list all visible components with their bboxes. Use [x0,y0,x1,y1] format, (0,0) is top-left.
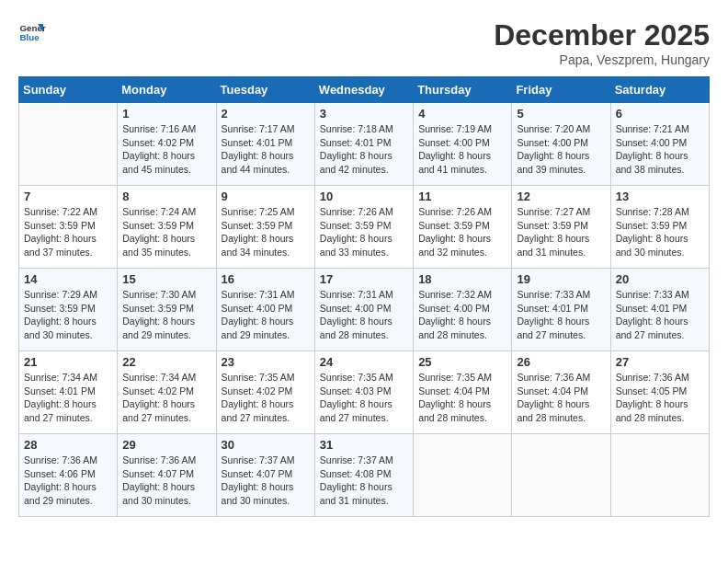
day-info: Sunrise: 7:35 AMSunset: 4:03 PMDaylight:… [320,371,408,425]
calendar-cell: 15Sunrise: 7:30 AMSunset: 3:59 PMDayligh… [118,269,216,351]
calendar-cell: 22Sunrise: 7:34 AMSunset: 4:02 PMDayligh… [118,351,216,434]
calendar-cell: 4Sunrise: 7:19 AMSunset: 4:00 PMDaylight… [414,103,512,186]
day-number: 25 [418,355,506,369]
day-of-week-header: Thursday [414,77,512,103]
calendar-cell: 19Sunrise: 7:33 AMSunset: 4:01 PMDayligh… [512,269,610,351]
day-number: 27 [616,355,704,369]
day-number: 11 [418,190,506,203]
day-number: 7 [24,190,112,203]
calendar-cell: 18Sunrise: 7:32 AMSunset: 4:00 PMDayligh… [414,269,512,351]
logo-icon: General Blue [18,18,46,46]
svg-text:Blue: Blue [20,32,40,42]
calendar-cell: 13Sunrise: 7:28 AMSunset: 3:59 PMDayligh… [610,186,709,269]
day-info: Sunrise: 7:16 AMSunset: 4:02 PMDaylight:… [122,122,210,177]
calendar-cell: 7Sunrise: 7:22 AMSunset: 3:59 PMDaylight… [19,186,118,269]
day-info: Sunrise: 7:20 AMSunset: 4:00 PMDaylight:… [517,122,605,177]
day-number: 29 [122,438,210,452]
day-number: 2 [222,107,310,121]
day-info: Sunrise: 7:36 AMSunset: 4:06 PMDaylight:… [24,454,112,508]
day-of-week-header: Tuesday [216,77,314,103]
day-number: 17 [320,272,408,286]
day-info: Sunrise: 7:37 AMSunset: 4:08 PMDaylight:… [320,454,408,508]
calendar-cell: 23Sunrise: 7:35 AMSunset: 4:02 PMDayligh… [216,351,314,434]
day-info: Sunrise: 7:36 AMSunset: 4:04 PMDaylight:… [517,371,605,425]
calendar-cell: 5Sunrise: 7:20 AMSunset: 4:00 PMDaylight… [512,103,610,186]
day-of-week-header: Monday [118,77,216,103]
day-info: Sunrise: 7:31 AMSunset: 4:00 PMDaylight:… [222,288,310,342]
day-number: 31 [320,438,408,452]
day-info: Sunrise: 7:26 AMSunset: 3:59 PMDaylight:… [320,205,408,259]
calendar-cell: 31Sunrise: 7:37 AMSunset: 4:08 PMDayligh… [314,434,413,517]
calendar-cell: 25Sunrise: 7:35 AMSunset: 4:04 PMDayligh… [414,351,512,434]
calendar-cell: 21Sunrise: 7:34 AMSunset: 4:01 PMDayligh… [19,351,118,434]
day-info: Sunrise: 7:35 AMSunset: 4:04 PMDaylight:… [418,371,506,425]
day-number: 9 [222,190,310,203]
day-info: Sunrise: 7:30 AMSunset: 3:59 PMDaylight:… [122,288,210,342]
day-number: 14 [24,272,112,286]
day-number: 1 [122,107,210,121]
calendar-cell: 28Sunrise: 7:36 AMSunset: 4:06 PMDayligh… [19,434,118,517]
day-number: 3 [320,107,408,121]
day-number: 10 [320,190,408,203]
calendar-cell: 27Sunrise: 7:36 AMSunset: 4:05 PMDayligh… [610,351,709,434]
day-info: Sunrise: 7:19 AMSunset: 4:00 PMDaylight:… [418,122,506,177]
calendar-cell [414,434,512,517]
calendar-cell: 30Sunrise: 7:37 AMSunset: 4:07 PMDayligh… [216,434,314,517]
day-number: 28 [24,438,112,452]
day-info: Sunrise: 7:36 AMSunset: 4:05 PMDaylight:… [616,371,704,425]
day-of-week-header: Wednesday [314,77,413,103]
day-number: 4 [418,107,506,121]
day-info: Sunrise: 7:35 AMSunset: 4:02 PMDaylight:… [222,371,310,425]
day-number: 13 [616,190,704,203]
day-of-week-header: Friday [512,77,610,103]
calendar-cell [610,434,709,517]
day-info: Sunrise: 7:18 AMSunset: 4:01 PMDaylight:… [320,122,408,177]
calendar-cell: 14Sunrise: 7:29 AMSunset: 3:59 PMDayligh… [19,269,118,351]
day-number: 16 [222,272,310,286]
day-number: 15 [122,272,210,286]
calendar-cell [19,103,118,186]
day-number: 8 [122,190,210,203]
day-info: Sunrise: 7:29 AMSunset: 3:59 PMDaylight:… [24,288,112,342]
calendar-table: SundayMondayTuesdayWednesdayThursdayFrid… [18,76,710,517]
calendar-cell: 26Sunrise: 7:36 AMSunset: 4:04 PMDayligh… [512,351,610,434]
day-number: 24 [320,355,408,369]
calendar-cell: 3Sunrise: 7:18 AMSunset: 4:01 PMDaylight… [314,103,413,186]
location-subtitle: Papa, Veszprem, Hungary [494,52,710,67]
day-info: Sunrise: 7:28 AMSunset: 3:59 PMDaylight:… [616,205,704,259]
calendar-cell: 6Sunrise: 7:21 AMSunset: 4:00 PMDaylight… [610,103,709,186]
day-info: Sunrise: 7:33 AMSunset: 4:01 PMDaylight:… [616,288,704,342]
day-of-week-header: Saturday [610,77,709,103]
day-info: Sunrise: 7:21 AMSunset: 4:00 PMDaylight:… [616,122,704,177]
calendar-cell: 12Sunrise: 7:27 AMSunset: 3:59 PMDayligh… [512,186,610,269]
day-number: 30 [222,438,310,452]
calendar-cell: 29Sunrise: 7:36 AMSunset: 4:07 PMDayligh… [118,434,216,517]
day-info: Sunrise: 7:26 AMSunset: 3:59 PMDaylight:… [418,205,506,259]
day-info: Sunrise: 7:22 AMSunset: 3:59 PMDaylight:… [24,205,112,259]
day-info: Sunrise: 7:33 AMSunset: 4:01 PMDaylight:… [517,288,605,342]
title-block: December 2025 Papa, Veszprem, Hungary [494,18,710,67]
day-info: Sunrise: 7:37 AMSunset: 4:07 PMDaylight:… [222,454,310,508]
day-info: Sunrise: 7:25 AMSunset: 3:59 PMDaylight:… [222,205,310,259]
day-number: 18 [418,272,506,286]
day-number: 19 [517,272,605,286]
day-info: Sunrise: 7:17 AMSunset: 4:01 PMDaylight:… [222,122,310,177]
day-of-week-header: Sunday [19,77,118,103]
calendar-cell: 11Sunrise: 7:26 AMSunset: 3:59 PMDayligh… [414,186,512,269]
page-header: General Blue December 2025 Papa, Veszpre… [18,18,710,67]
calendar-cell: 2Sunrise: 7:17 AMSunset: 4:01 PMDaylight… [216,103,314,186]
day-number: 23 [222,355,310,369]
calendar-cell: 20Sunrise: 7:33 AMSunset: 4:01 PMDayligh… [610,269,709,351]
calendar-cell: 24Sunrise: 7:35 AMSunset: 4:03 PMDayligh… [314,351,413,434]
day-number: 26 [517,355,605,369]
calendar-cell: 1Sunrise: 7:16 AMSunset: 4:02 PMDaylight… [118,103,216,186]
day-number: 5 [517,107,605,121]
day-info: Sunrise: 7:36 AMSunset: 4:07 PMDaylight:… [122,454,210,508]
day-info: Sunrise: 7:32 AMSunset: 4:00 PMDaylight:… [418,288,506,342]
day-info: Sunrise: 7:34 AMSunset: 4:01 PMDaylight:… [24,371,112,425]
calendar-cell [512,434,610,517]
day-info: Sunrise: 7:31 AMSunset: 4:00 PMDaylight:… [320,288,408,342]
day-number: 6 [616,107,704,121]
calendar-cell: 10Sunrise: 7:26 AMSunset: 3:59 PMDayligh… [314,186,413,269]
day-number: 20 [616,272,704,286]
